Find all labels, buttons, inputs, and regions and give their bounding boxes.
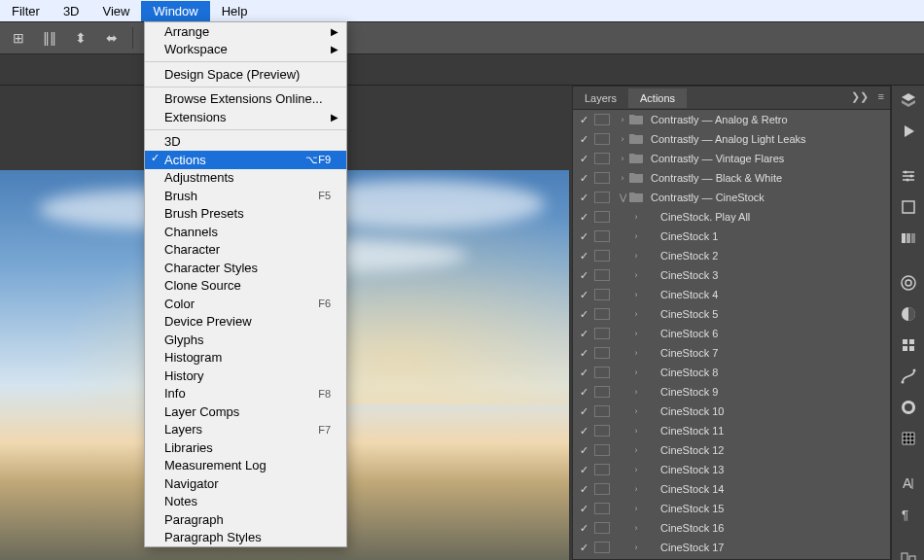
- disclosure-icon[interactable]: ›: [629, 523, 643, 533]
- menu-3d[interactable]: 3D: [52, 1, 91, 21]
- action-item[interactable]: ✓›CineStock 9: [573, 382, 890, 402]
- opt-icon-1[interactable]: ⊞: [8, 27, 29, 49]
- toggle-checkmark-icon[interactable]: ✓: [573, 328, 594, 340]
- disclosure-icon[interactable]: ›: [629, 484, 643, 494]
- paths-icon[interactable]: [898, 368, 919, 385]
- disclosure-icon[interactable]: ›: [616, 173, 629, 183]
- toggle-checkmark-icon[interactable]: ✓: [573, 425, 594, 438]
- action-item[interactable]: ✓›CineStock 15: [573, 499, 890, 518]
- action-item[interactable]: ✓›CineStock 8: [573, 363, 890, 382]
- menuitem-navigator[interactable]: Navigator: [145, 474, 346, 493]
- dialog-toggle[interactable]: [594, 425, 610, 437]
- toggle-checkmark-icon[interactable]: ✓: [573, 133, 594, 146]
- menuitem-extensions[interactable]: Extensions▶: [145, 108, 346, 126]
- dialog-toggle[interactable]: [594, 289, 610, 300]
- toggle-checkmark-icon[interactable]: ✓: [573, 250, 594, 262]
- menuitem-history[interactable]: History: [145, 367, 346, 385]
- menuitem-brush[interactable]: BrushF5: [145, 187, 346, 205]
- disclosure-icon[interactable]: ›: [629, 270, 643, 280]
- action-item[interactable]: ✓›CineStock 4: [573, 285, 890, 304]
- action-set[interactable]: ✓›Contrastly — Analog & Retro: [573, 110, 890, 129]
- disclosure-icon[interactable]: ›: [629, 387, 643, 397]
- panel-menu-icon[interactable]: ≡: [878, 90, 884, 103]
- menu-filter[interactable]: Filter: [0, 1, 52, 21]
- action-item[interactable]: ✓›CineStock 1: [573, 227, 890, 246]
- menuitem-glyphs[interactable]: Glyphs: [145, 331, 346, 349]
- toggle-checkmark-icon[interactable]: ✓: [573, 503, 594, 515]
- toggle-checkmark-icon[interactable]: ✓: [573, 386, 594, 399]
- menuitem-arrange[interactable]: Arrange▶: [145, 22, 346, 41]
- disclosure-icon[interactable]: ›: [629, 231, 643, 241]
- action-item[interactable]: ✓›CineStock 13: [573, 460, 890, 479]
- menuitem-notes[interactable]: Notes: [145, 493, 346, 511]
- opt-icon-4[interactable]: ⬌: [101, 27, 123, 49]
- menuitem-browse-extensions-online-[interactable]: Browse Extensions Online...: [145, 90, 346, 109]
- menuitem-paragraph-styles[interactable]: Paragraph Styles: [145, 529, 346, 547]
- tab-actions[interactable]: Actions: [628, 88, 687, 108]
- toggle-checkmark-icon[interactable]: ✓: [573, 444, 594, 457]
- properties-icon[interactable]: [898, 336, 919, 354]
- menuitem-design-space-preview-[interactable]: Design Space (Preview): [145, 65, 346, 84]
- dialog-toggle[interactable]: [594, 367, 610, 378]
- action-set[interactable]: ✓⋁Contrastly — CineStock: [573, 188, 890, 207]
- dialog-toggle[interactable]: [594, 347, 610, 359]
- menuitem-device-preview[interactable]: Device Preview: [145, 313, 346, 332]
- dialog-toggle[interactable]: [594, 386, 610, 398]
- toggle-checkmark-icon[interactable]: ✓: [573, 347, 594, 360]
- disclosure-icon[interactable]: ›: [629, 309, 643, 319]
- cc-icon[interactable]: [898, 274, 919, 292]
- toggle-checkmark-icon[interactable]: ✓: [573, 405, 594, 418]
- disclosure-icon[interactable]: ›: [629, 368, 643, 377]
- menuitem-paragraph[interactable]: Paragraph: [145, 510, 346, 529]
- menuitem-clone-source[interactable]: Clone Source: [145, 277, 346, 296]
- menu-window[interactable]: Window: [141, 1, 209, 21]
- action-item[interactable]: ✓›CineStock 16: [573, 518, 890, 538]
- play-icon[interactable]: [898, 122, 919, 140]
- menuitem-info[interactable]: InfoF8: [145, 385, 346, 403]
- disclosure-icon[interactable]: ›: [629, 329, 643, 338]
- menu-view[interactable]: View: [91, 1, 142, 21]
- menuitem-color[interactable]: ColorF6: [145, 295, 346, 313]
- dialog-toggle[interactable]: [594, 444, 610, 456]
- dialog-toggle[interactable]: [594, 269, 610, 281]
- swatches-icon[interactable]: [898, 305, 919, 323]
- action-item[interactable]: ✓›CineStock 14: [573, 479, 890, 499]
- dialog-toggle[interactable]: [594, 308, 610, 320]
- action-item[interactable]: ✓›CineStock. Play All: [573, 207, 890, 227]
- menuitem-channels[interactable]: Channels: [145, 223, 346, 241]
- toggle-checkmark-icon[interactable]: ✓: [573, 308, 594, 321]
- menuitem-libraries[interactable]: Libraries: [145, 438, 346, 457]
- dialog-toggle[interactable]: [594, 172, 610, 184]
- disclosure-icon[interactable]: ›: [629, 426, 643, 436]
- pixel-grid-icon[interactable]: [898, 430, 919, 447]
- tab-layers[interactable]: Layers: [573, 88, 628, 108]
- action-item[interactable]: ✓›CineStock 12: [573, 440, 890, 460]
- menuitem-adjustments[interactable]: Adjustments: [145, 169, 346, 188]
- dialog-toggle[interactable]: [594, 133, 610, 145]
- dialog-toggle[interactable]: [594, 464, 610, 475]
- dialog-toggle[interactable]: [594, 211, 610, 223]
- disclosure-icon[interactable]: ›: [616, 134, 629, 144]
- disclosure-icon[interactable]: ›: [629, 290, 643, 299]
- action-item[interactable]: ✓›CineStock 7: [573, 343, 890, 363]
- dialog-toggle[interactable]: [594, 114, 610, 125]
- toggle-checkmark-icon[interactable]: ✓: [573, 367, 594, 379]
- menuitem-character[interactable]: Character: [145, 241, 346, 260]
- disclosure-icon[interactable]: ›: [629, 504, 643, 513]
- disclosure-icon[interactable]: ›: [616, 154, 629, 163]
- opt-icon-2[interactable]: ‖‖: [39, 27, 60, 49]
- styles-icon[interactable]: [898, 198, 919, 216]
- dialog-toggle[interactable]: [594, 250, 610, 262]
- action-set[interactable]: ✓›Contrastly — Vintage Flares: [573, 149, 890, 168]
- action-item[interactable]: ✓›CineStock 2: [573, 246, 890, 265]
- channels-icon[interactable]: [898, 229, 919, 247]
- dialog-toggle[interactable]: [594, 405, 610, 417]
- action-item[interactable]: ✓›CineStock 3: [573, 265, 890, 285]
- action-item[interactable]: ✓›CineStock 11: [573, 421, 890, 440]
- toggle-checkmark-icon[interactable]: ✓: [573, 192, 594, 204]
- disclosure-icon[interactable]: ›: [629, 406, 643, 416]
- action-item[interactable]: ✓›CineStock 6: [573, 324, 890, 343]
- menuitem-character-styles[interactable]: Character Styles: [145, 259, 346, 277]
- action-item[interactable]: ✓›CineStock 17: [573, 538, 890, 557]
- dialog-toggle[interactable]: [594, 542, 610, 553]
